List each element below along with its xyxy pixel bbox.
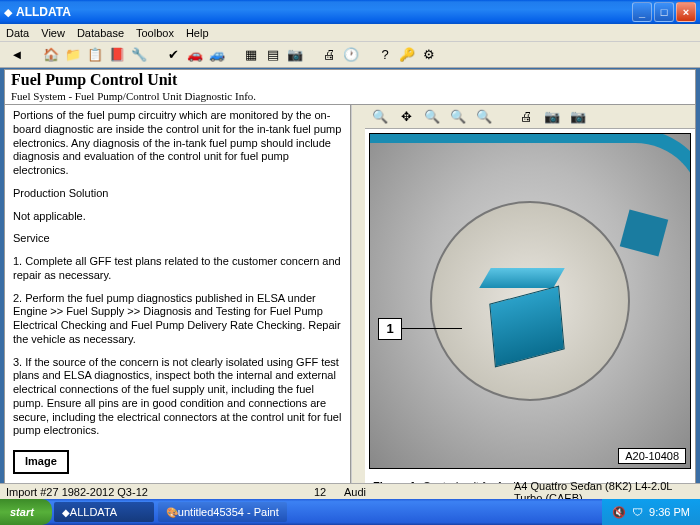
control-unit-top: [479, 268, 565, 288]
tray-icon[interactable]: 🛡: [632, 506, 643, 518]
print-icon[interactable]: 🖨: [320, 46, 338, 64]
clock-icon[interactable]: 🕐: [342, 46, 360, 64]
photo2-icon[interactable]: 📷: [569, 108, 587, 126]
article-pane[interactable]: Portions of the fuel pump circuitry whic…: [5, 105, 351, 504]
image-toolbar: 🔍 ✥ 🔍 🔍 🔍 🖨 📷 📷: [365, 105, 695, 129]
page-subtitle: Fuel System - Fuel Pump/Control Unit Dia…: [5, 90, 695, 104]
para: Portions of the fuel pump circuitry whic…: [13, 109, 342, 178]
close-button[interactable]: ×: [676, 2, 696, 22]
zoom-out-icon[interactable]: 🔍: [423, 108, 441, 126]
key-icon[interactable]: 🔑: [398, 46, 416, 64]
part-number: A20-10408: [618, 448, 686, 464]
gear-icon[interactable]: ⚙: [420, 46, 438, 64]
car-icon[interactable]: 🚙: [208, 46, 226, 64]
minimize-button[interactable]: _: [632, 2, 652, 22]
para: Not applicable.: [13, 210, 342, 224]
para: Production Solution: [13, 187, 342, 201]
sheet-icon[interactable]: 📋: [86, 46, 104, 64]
start-button[interactable]: start: [0, 499, 52, 525]
task-alldata[interactable]: ◆ ALLDATA: [54, 502, 154, 522]
maximize-button[interactable]: □: [654, 2, 674, 22]
callout-1: 1: [378, 318, 402, 340]
toolbar: ◄ 🏠 📁 📋 📕 🔧 ✔ 🚗 🚙 ▦ ▤ 📷 🖨 🕐 ? 🔑 ⚙: [0, 42, 700, 68]
system-tray[interactable]: 🔇 🛡 9:36 PM: [602, 499, 700, 525]
page-title: Fuel Pump Control Unit: [5, 70, 695, 90]
scrollbar[interactable]: [351, 105, 365, 504]
layout-icon[interactable]: ▦: [242, 46, 260, 64]
menu-bar: Data View Database Toolbox Help: [0, 24, 700, 42]
zoom-reset-icon[interactable]: 🔍: [475, 108, 493, 126]
task-paint[interactable]: 🎨 untitled45354 - Paint: [158, 502, 287, 522]
image-button[interactable]: Image: [13, 450, 69, 474]
figure-image[interactable]: 1 A20-10408: [369, 133, 691, 469]
menu-toolbox[interactable]: Toolbox: [136, 27, 174, 39]
book-icon[interactable]: 📕: [108, 46, 126, 64]
newcar-icon[interactable]: 🚗: [186, 46, 204, 64]
list-icon[interactable]: ▤: [264, 46, 282, 64]
pan-icon[interactable]: ✥: [397, 108, 415, 126]
status-make: Audi: [344, 486, 366, 498]
help-icon[interactable]: ?: [376, 46, 394, 64]
clock: 9:36 PM: [649, 506, 690, 518]
page-heading: Fuel Pump Control Unit Fuel System - Fue…: [4, 69, 696, 105]
taskbar: start ◆ ALLDATA 🎨 untitled45354 - Paint …: [0, 499, 700, 525]
window-title: ALLDATA: [12, 5, 632, 19]
menu-data[interactable]: Data: [6, 27, 29, 39]
tray-icon[interactable]: 🔇: [612, 506, 626, 519]
zoom-fit-icon[interactable]: 🔍: [449, 108, 467, 126]
home-icon[interactable]: 🏠: [42, 46, 60, 64]
para: 2. Perform the fuel pump diagnostics pub…: [13, 292, 342, 347]
status-import: Import #27 1982-2012 Q3-12: [6, 486, 314, 498]
check-icon[interactable]: ✔: [164, 46, 182, 64]
status-bar: Import #27 1982-2012 Q3-12 12Audi A4 Qua…: [0, 483, 700, 499]
status-page: 12: [314, 486, 344, 498]
folder-icon[interactable]: 📁: [64, 46, 82, 64]
wrench-icon[interactable]: 🔧: [130, 46, 148, 64]
print-image-icon[interactable]: 🖨: [517, 108, 535, 126]
zoom-in-icon[interactable]: 🔍: [371, 108, 389, 126]
camera-icon[interactable]: 📷: [286, 46, 304, 64]
menu-database[interactable]: Database: [77, 27, 124, 39]
photo-icon[interactable]: 📷: [543, 108, 561, 126]
callout-line: [402, 328, 462, 329]
para: 3. If the source of the concern is not c…: [13, 356, 342, 439]
para: 1. Complete all GFF test plans related t…: [13, 255, 342, 283]
back-button[interactable]: ◄: [8, 46, 26, 64]
menu-view[interactable]: View: [41, 27, 65, 39]
para: Service: [13, 232, 342, 246]
menu-help[interactable]: Help: [186, 27, 209, 39]
app-icon: ◆: [4, 6, 12, 19]
